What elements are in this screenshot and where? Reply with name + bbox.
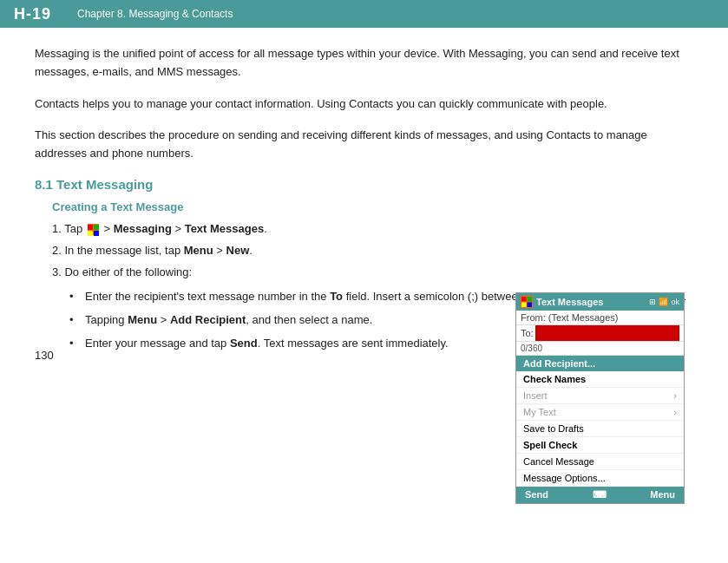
phone-from-label: From: (Text Messages) (521, 312, 618, 323)
phone-dropdown: Add Recipient... (516, 356, 684, 371)
phone-body: From: (Text Messages) To: 0/360 Add Reci… (516, 311, 684, 487)
phone-send-button[interactable]: Send (525, 489, 548, 501)
svg-rect-6 (521, 303, 527, 308)
bullet-dot-2: • (69, 311, 82, 330)
phone-counter: 0/360 (516, 342, 684, 356)
svg-rect-7 (528, 303, 533, 308)
phone-icon-3: ok (671, 298, 679, 306)
phone-to-input[interactable] (535, 325, 679, 341)
phone-menu-item-6[interactable]: Message Options... (516, 470, 684, 487)
windows-flag-icon-step1 (88, 224, 99, 235)
phone-to-row: To: (516, 325, 684, 342)
phone-keyboard-icon: ⌨ (593, 489, 607, 501)
svg-rect-0 (88, 225, 93, 230)
bullet-dot-3: • (69, 335, 82, 353)
steps-list: 1. Tap > Messaging > Text Messages. 2. I… (52, 220, 693, 281)
phone-win-icon (521, 296, 533, 308)
svg-rect-2 (88, 231, 93, 236)
bullet-dot-1: • (69, 288, 82, 306)
sub-heading: Creating a Text Message (52, 200, 693, 213)
svg-rect-3 (94, 231, 99, 236)
intro-para2: Contacts helps you to manage your contac… (35, 95, 693, 114)
phone-to-label: To: (521, 328, 534, 338)
phone-menu-item-1[interactable]: Insert (516, 388, 684, 404)
page-number: 130 (35, 349, 54, 362)
section-heading: 8.1 Text Messaging (35, 177, 693, 192)
phone-menu-item-0[interactable]: Check Names (516, 371, 684, 388)
phone-title: Text Messages (536, 297, 603, 307)
svg-rect-1 (94, 225, 99, 230)
page-header: H-19 Chapter 8. Messaging & Contacts (0, 0, 728, 28)
phone-bottom-bar: Send ⌨ Menu (516, 487, 684, 503)
phone-menu-item-5[interactable]: Cancel Message (516, 454, 684, 470)
phone-icon-2: 📶 (659, 298, 668, 306)
main-content: Messaging is the unified point of access… (0, 28, 728, 376)
phone-header-bar: Text Messages ⊞ 📶 ok (516, 293, 684, 311)
phone-from-row: From: (Text Messages) (516, 311, 684, 325)
intro-para1: Messaging is the unified point of access… (35, 45, 693, 82)
svg-rect-5 (528, 297, 533, 302)
phone-menu-item-2[interactable]: My Text (516, 404, 684, 421)
step-2: 2. In the message list, tap Menu > New. (52, 242, 693, 260)
logo: H-19 (14, 5, 51, 23)
step-1: 1. Tap > Messaging > Text Messages. (52, 220, 693, 239)
phone-header-left: Text Messages (521, 296, 603, 308)
phone-dropdown-header[interactable]: Add Recipient... (516, 356, 684, 371)
phone-menu-button[interactable]: Menu (650, 489, 675, 501)
step-3: 3. Do either of the following: (52, 264, 693, 282)
phone-status-icons: ⊞ 📶 ok (649, 298, 679, 306)
intro-para3: This section describes the procedure on … (35, 127, 693, 163)
phone-menu-item-3[interactable]: Save to Drafts (516, 421, 684, 437)
phone-icon-1: ⊞ (649, 298, 656, 306)
phone-menu-item-4[interactable]: Spell Check (516, 437, 684, 454)
svg-rect-4 (521, 297, 527, 302)
chapter-title: Chapter 8. Messaging & Contacts (77, 8, 233, 20)
phone-screenshot: Text Messages ⊞ 📶 ok From: (Text Message… (515, 292, 685, 504)
